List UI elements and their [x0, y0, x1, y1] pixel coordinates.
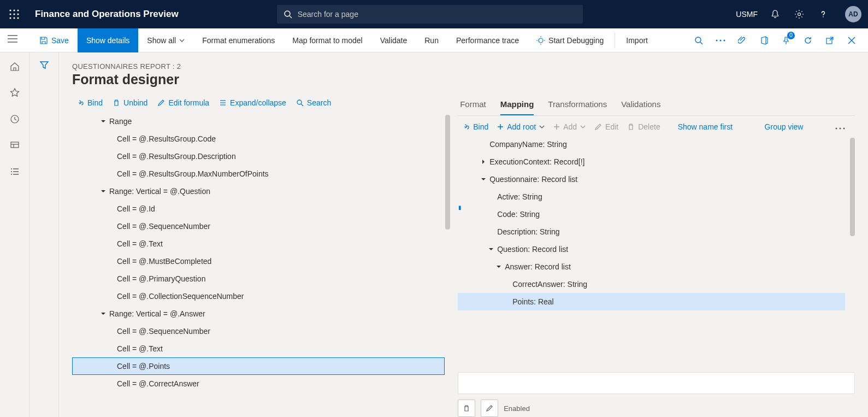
caret-right-icon[interactable] — [481, 159, 489, 165]
start-debugging-button[interactable]: Start Debugging — [528, 28, 612, 52]
caret-down-icon[interactable] — [101, 119, 109, 124]
company-label[interactable]: USMF — [736, 10, 758, 19]
tree-row[interactable]: Questionnaire: Record list — [458, 171, 845, 188]
link-icon — [462, 123, 470, 131]
tab-validations[interactable]: Validations — [621, 95, 660, 115]
tree-row[interactable]: Cell = @.Text — [72, 235, 445, 252]
tree-row[interactable]: Cell = @.SequenceNumber — [72, 218, 445, 235]
star-icon[interactable] — [8, 86, 21, 99]
caret-down-icon[interactable] — [481, 177, 489, 182]
show-name-first-button[interactable]: Show name first — [678, 122, 733, 131]
office-icon[interactable] — [757, 33, 772, 48]
more-actions-icon[interactable] — [713, 33, 728, 48]
filter-icon[interactable] — [39, 60, 49, 417]
caret-down-icon[interactable] — [101, 311, 109, 316]
help-icon[interactable] — [817, 8, 830, 21]
search-action-icon[interactable] — [691, 33, 706, 48]
home-icon[interactable] — [8, 60, 21, 73]
tree-row[interactable]: Description: String — [458, 223, 845, 240]
edit-formula-button[interactable]: Edit formula — [157, 98, 209, 107]
tree-row[interactable]: Cell = @.Text — [72, 340, 445, 357]
tree-row[interactable]: Cell = @.PrimaryQuestion — [72, 270, 445, 287]
performance-trace-button[interactable]: Performance trace — [447, 28, 528, 52]
mapping-tree[interactable]: CompanyName: StringExecutionContext: Rec… — [458, 136, 855, 369]
svg-point-41 — [297, 100, 302, 104]
tree-label: Cell = @.PrimaryQuestion — [117, 274, 205, 283]
tree-row[interactable]: Range: Vertical = @.Question — [72, 183, 445, 200]
tree-search-button[interactable]: Search — [296, 98, 331, 107]
avatar[interactable]: AD — [845, 6, 861, 22]
format-tree[interactable]: RangeCell = @.ResultsGroup.CodeCell = @.… — [72, 113, 450, 417]
hamburger-icon[interactable] — [8, 35, 17, 44]
tab-mapping[interactable]: Mapping — [500, 95, 534, 115]
tree-row[interactable]: Cell = @.ResultsGroup.Description — [72, 148, 445, 165]
svg-point-0 — [9, 9, 11, 11]
more-icon[interactable] — [835, 122, 851, 131]
caret-down-icon[interactable] — [496, 264, 505, 269]
tree-row[interactable]: Question: Record list — [458, 240, 845, 258]
tree-row[interactable]: Answer: Record list — [458, 258, 845, 275]
tree-row[interactable]: CorrectAnswer: String — [458, 275, 845, 293]
tree-row[interactable]: Cell = @.CollectionSequenceNumber — [72, 287, 445, 305]
refresh-icon[interactable] — [800, 33, 816, 48]
format-column: Bind Unbind Edit formula Expand/col — [72, 95, 450, 417]
format-toolbar: Bind Unbind Edit formula Expand/col — [72, 95, 450, 113]
tree-row[interactable]: Range: Vertical = @.Answer — [72, 305, 445, 322]
formula-box[interactable] — [458, 372, 855, 394]
pin-icon[interactable]: 0 — [778, 33, 794, 48]
expand-collapse-button[interactable]: Expand/collapse — [219, 98, 286, 107]
tree-label: Answer: Record list — [505, 262, 571, 271]
tree-row[interactable]: Active: String — [458, 188, 845, 205]
scrollbar[interactable] — [850, 138, 855, 236]
scrollbar[interactable] — [445, 115, 450, 230]
tree-row[interactable]: Cell = @.ResultsGroup.Code — [72, 130, 445, 148]
content: QUESTIONNAIRES REPORT : 2 Format designe… — [29, 52, 868, 417]
add-root-button[interactable]: Add root — [497, 122, 545, 131]
workspace-icon[interactable] — [8, 139, 21, 152]
format-enumerations-button[interactable]: Format enumerations — [193, 28, 284, 52]
tree-row[interactable]: CompanyName: String — [458, 136, 845, 153]
tree-row[interactable]: Code: String — [458, 205, 845, 223]
bind-button[interactable]: Bind — [76, 98, 103, 107]
validate-button[interactable]: Validate — [371, 28, 416, 52]
tree-row[interactable]: Cell = @.SequenceNumber — [72, 322, 445, 340]
search-box[interactable] — [277, 5, 583, 24]
delete-enabled-button[interactable] — [458, 400, 475, 417]
attach-icon[interactable] — [735, 33, 750, 48]
svg-point-5 — [17, 13, 19, 15]
mapping-bind-button[interactable]: Bind — [462, 122, 488, 131]
bell-icon[interactable] — [769, 8, 782, 21]
tree-row[interactable]: Cell = @.CorrectAnswer — [72, 375, 445, 392]
tree-row[interactable]: Cell = @.MustBeCompleted — [72, 252, 445, 270]
tree-row[interactable]: Cell = @.Points — [72, 357, 445, 375]
tree-row[interactable]: Cell = @.Id — [72, 200, 445, 218]
search-input[interactable] — [298, 10, 576, 19]
unbind-button[interactable]: Unbind — [113, 98, 147, 107]
tree-row[interactable]: Range — [72, 113, 445, 130]
popout-icon[interactable] — [822, 33, 837, 48]
gear-icon[interactable] — [793, 8, 806, 21]
edit-enabled-button[interactable] — [481, 400, 498, 417]
tab-format[interactable]: Format — [460, 95, 486, 115]
tree-row[interactable]: Points: Real — [458, 293, 845, 310]
show-all-button[interactable]: Show all — [138, 28, 193, 52]
map-format-button[interactable]: Map format to model — [284, 28, 371, 52]
modules-icon[interactable] — [8, 165, 21, 178]
close-icon[interactable] — [844, 33, 859, 48]
tab-transformations[interactable]: Transformations — [548, 95, 607, 115]
clock-icon[interactable] — [8, 113, 21, 126]
import-button[interactable]: Import — [617, 28, 657, 52]
save-button[interactable]: Save — [31, 28, 78, 52]
show-details-button[interactable]: Show details — [78, 28, 138, 52]
svg-point-23 — [720, 39, 722, 41]
svg-point-4 — [13, 13, 15, 15]
waffle-icon[interactable] — [7, 7, 22, 22]
caret-down-icon[interactable] — [488, 246, 497, 252]
caret-down-icon[interactable] — [101, 189, 109, 194]
main-panel: QUESTIONNAIRES REPORT : 2 Format designe… — [59, 52, 868, 417]
tree-row[interactable]: Cell = @.ResultsGroup.MaxNumberOfPoints — [72, 165, 445, 183]
group-view-button[interactable]: Group view — [765, 122, 804, 131]
filter-column — [29, 52, 59, 417]
tree-row[interactable]: ExecutionContext: Record[!] — [458, 153, 845, 171]
run-button[interactable]: Run — [416, 28, 447, 52]
